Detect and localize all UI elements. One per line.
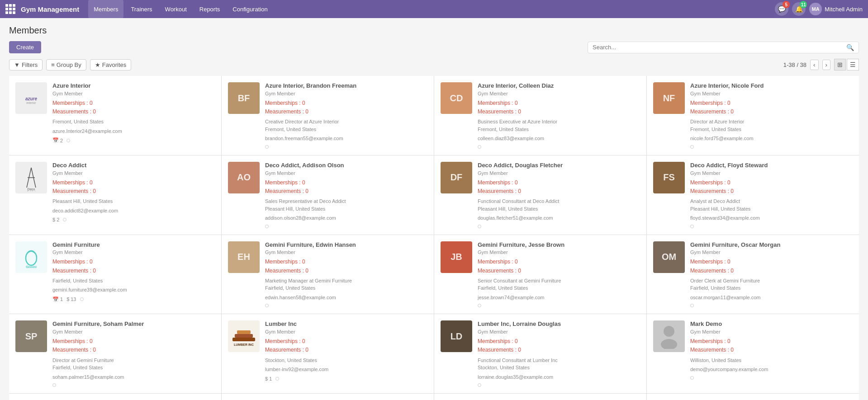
member-detail: Stockton, United States: [265, 357, 427, 364]
nav-reports[interactable]: Reports: [194, 0, 226, 18]
member-card[interactable]: Mitchell Admin Gym Member Memberships : …: [9, 394, 221, 400]
member-info: Azure Interior, Colleen Diaz Gym Member …: [478, 82, 640, 149]
member-card[interactable]: BF Azure Interior, Brandon Freeman Gym M…: [222, 76, 434, 155]
filter-right: 1-38 / 38 ‹ › ⊞ ☰: [783, 59, 859, 71]
member-name: Gemini Furniture, Soham Palmer: [52, 320, 215, 328]
member-measurements: Measurements : 0: [690, 187, 853, 196]
member-info: Mark Demo Gym Member Memberships : 0 Mea…: [690, 320, 853, 387]
member-card[interactable]: OM Gemini Furniture, Oscar Morgan Gym Me…: [647, 235, 859, 314]
member-memberships: Memberships : 0: [265, 179, 427, 187]
user-menu[interactable]: MA Mitchell Admin: [809, 3, 863, 15]
member-card[interactable]: LD Lumber Inc, Lorraine Douglas Gym Memb…: [434, 314, 646, 393]
badge-icon: 📅: [52, 296, 59, 302]
member-memberships: Memberships : 0: [265, 258, 427, 266]
member-avatar: DF: [441, 162, 472, 193]
nav-members[interactable]: Members: [88, 0, 123, 18]
filters-button[interactable]: ▼ Filters: [9, 59, 43, 71]
favorites-button[interactable]: ★ Favorites: [90, 59, 131, 71]
badge-icon: $: [66, 296, 69, 302]
nav-configuration[interactable]: Configuration: [227, 0, 273, 18]
member-avatar: OM: [653, 241, 685, 273]
messages-button[interactable]: 💬 5: [775, 2, 788, 16]
member-detail: Sales Representative at Deco AddictPleas…: [265, 198, 427, 212]
member-detail: Director at Azure InteriorFremont, Unite…: [690, 118, 853, 133]
groupby-button[interactable]: ≡ Group By: [46, 59, 86, 71]
member-name: Deco Addict, Floyd Steward: [690, 162, 853, 169]
member-avatar: [653, 320, 685, 352]
member-measurements: Measurements : 0: [478, 108, 640, 116]
member-measurements: Measurements : 0: [265, 108, 427, 116]
member-card[interactable]: READY MAT Ready Mat Gym Member Membershi…: [222, 394, 434, 400]
member-type: Gym Member: [478, 170, 640, 176]
member-type: Gym Member: [52, 170, 215, 176]
member-memberships: Memberships : 0: [478, 337, 640, 346]
nav-workout[interactable]: Workout: [160, 0, 192, 18]
member-avatar: FS: [653, 162, 685, 193]
member-measurements: Measurements : 0: [52, 108, 215, 116]
member-info: Azure Interior Gym Member Memberships : …: [52, 82, 215, 149]
member-avatar: LUMBER INC: [228, 320, 260, 352]
member-memberships: Memberships : 0: [478, 179, 640, 187]
notifications-badge: 11: [800, 1, 807, 8]
member-card[interactable]: FS Deco Addict, Floyd Steward Gym Member…: [647, 155, 859, 235]
member-name: Azure Interior, Brandon Freeman: [265, 82, 427, 90]
member-measurements: Measurements : 0: [690, 267, 853, 275]
member-type: Gym Member: [52, 329, 215, 334]
member-card[interactable]: azure interior Azure Interior Gym Member…: [9, 76, 221, 155]
member-card[interactable]: BF Ready Mat, Billy Fox Gym Member Membe…: [434, 394, 646, 400]
list-view-button[interactable]: ☰: [847, 59, 859, 71]
member-card[interactable]: ES Ready Mat, Edith Sanchez Gym Member M…: [647, 394, 859, 400]
member-card[interactable]: NF Azure Interior, Nicole Ford Gym Membe…: [647, 76, 859, 155]
next-page-button[interactable]: ›: [822, 60, 830, 70]
member-memberships: Memberships : 0: [52, 258, 215, 266]
kanban-view-button[interactable]: ⊞: [834, 59, 846, 71]
member-memberships: Memberships : 0: [690, 258, 853, 266]
member-type: Gym Member: [265, 249, 427, 255]
messages-badge: 5: [783, 1, 790, 8]
member-card[interactable]: Gemini Gemini Furniture Gym Member Membe…: [9, 235, 221, 314]
member-info: Deco Addict, Douglas Fletcher Gym Member…: [478, 162, 640, 228]
member-card[interactable]: AO Deco Addict, Addison Olson Gym Member…: [222, 155, 434, 235]
member-card[interactable]: SP Gemini Furniture, Soham Palmer Gym Me…: [9, 314, 221, 393]
member-avatar: CD: [441, 82, 472, 114]
member-card[interactable]: EH Gemini Furniture, Edwin Hansen Gym Me…: [222, 235, 434, 314]
member-email: soham.palmer15@example.com: [52, 373, 215, 381]
member-info: Deco Addict Gym Member Memberships : 0 M…: [52, 162, 215, 228]
member-info: Gemini Furniture, Oscar Morgan Gym Membe…: [690, 241, 853, 308]
member-email: lumber-inv92@example.com: [265, 366, 427, 373]
member-name: Gemini Furniture, Jesse Brown: [478, 241, 640, 249]
member-avatar: LD: [441, 320, 472, 352]
groupby-icon: ≡: [51, 61, 55, 68]
member-type: Gym Member: [52, 91, 215, 96]
prev-page-button[interactable]: ‹: [810, 60, 818, 70]
member-avatar: SP: [15, 320, 47, 352]
member-detail: Fremont, United States: [52, 118, 215, 126]
member-type: Gym Member: [265, 170, 427, 176]
member-card[interactable]: DF Deco Addict, Douglas Fletcher Gym Mem…: [434, 155, 646, 235]
member-name: Gemini Furniture, Edwin Hansen: [265, 241, 427, 249]
nav-trainers[interactable]: Trainers: [125, 0, 157, 18]
filter-bar: ▼ Filters ≡ Group By ★ Favorites 1-38 / …: [9, 59, 859, 71]
member-memberships: Memberships : 0: [265, 99, 427, 108]
member-type: Gym Member: [265, 329, 427, 334]
member-card[interactable]: LUMBER INC Lumber Inc Gym Member Members…: [222, 314, 434, 393]
member-card[interactable]: JB Gemini Furniture, Jesse Brown Gym Mem…: [434, 235, 646, 314]
app-logo[interactable]: Gym Management: [5, 4, 79, 14]
member-name: Lumber Inc, Lorraine Douglas: [478, 320, 640, 328]
user-avatar: MA: [809, 3, 822, 15]
member-name: Gemini Furniture: [52, 241, 215, 249]
status-dot: [690, 376, 694, 380]
member-memberships: Memberships : 0: [265, 337, 427, 346]
member-info: Lumber Inc, Lorraine Douglas Gym Member …: [478, 320, 640, 387]
create-button[interactable]: Create: [9, 41, 41, 53]
svg-text:Addict: Addict: [27, 190, 36, 191]
member-card[interactable]: Mark Demo Gym Member Memberships : 0 Mea…: [647, 314, 859, 393]
search-input[interactable]: [593, 44, 846, 51]
member-type: Gym Member: [478, 249, 640, 255]
member-email: nicole.ford75@example.com: [690, 135, 853, 142]
member-card[interactable]: Deco Addict Deco Addict Gym Member Membe…: [9, 155, 221, 235]
pagination-text: 1-38 / 38: [783, 61, 806, 68]
member-type: Gym Member: [690, 91, 853, 96]
member-card[interactable]: CD Azure Interior, Colleen Diaz Gym Memb…: [434, 76, 646, 155]
notifications-button[interactable]: 🔔 11: [792, 2, 806, 16]
